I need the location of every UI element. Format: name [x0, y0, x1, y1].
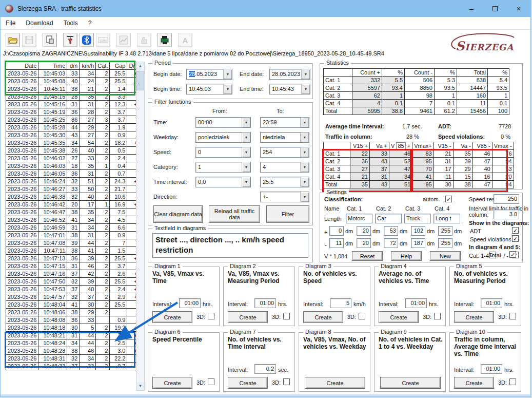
- end-time-combo[interactable]: 10:45:43 ▼: [269, 84, 310, 94]
- filter-to-combo[interactable]: 23:59▼: [260, 117, 309, 128]
- table-row[interactable]: 2023-05-2610:47:01383120.9-: [6, 232, 140, 239]
- autom-checkbox[interactable]: ✓: [445, 196, 452, 202]
- length-minus-field[interactable]: 20: [357, 238, 371, 248]
- length-minus-field[interactable]: 255: [438, 238, 452, 248]
- length-minus-field[interactable]: 11: [329, 238, 344, 248]
- menu-item-download[interactable]: Download: [21, 20, 58, 27]
- end-date-combo[interactable]: 28.05.2023 ▼: [269, 69, 310, 80]
- table-row[interactable]: 2023-05-2610:45:163131212.3+: [6, 101, 140, 108]
- table-row[interactable]: 2023-05-2610:46:243251224.3+: [6, 178, 140, 185]
- reset-button[interactable]: Reset: [352, 251, 383, 261]
- length-plus-field[interactable]: 255: [438, 226, 452, 236]
- chevron-down-icon[interactable]: ▼: [242, 162, 250, 172]
- create-button[interactable]: Create: [379, 311, 419, 323]
- chevron-down-icon[interactable]: ▼: [300, 177, 309, 187]
- chevron-down-icon[interactable]: ▼: [300, 192, 309, 202]
- interval-field[interactable]: 5: [330, 298, 351, 308]
- length-minus-field[interactable]: 72: [384, 238, 398, 248]
- table-row[interactable]: 2023-05-2610:45:19362823.7-: [6, 108, 140, 116]
- filter-to-combo[interactable]: +-▼: [260, 192, 309, 202]
- font-icon[interactable]: A: [178, 33, 192, 47]
- length-plus-field[interactable]: 0: [329, 226, 344, 236]
- table-scrollbar[interactable]: ▲ ▼: [136, 62, 145, 391]
- download-device-icon[interactable]: [63, 33, 77, 47]
- table-row[interactable]: 2023-05-2610:45:033334225.5+: [6, 70, 140, 78]
- interval-field[interactable]: 01:00: [254, 298, 276, 308]
- create-button[interactable]: Create: [303, 311, 343, 323]
- table-row[interactable]: 2023-05-2610:45:353454218.2+: [6, 139, 140, 147]
- 3d-checkbox[interactable]: [509, 378, 516, 385]
- maximize-button[interactable]: [483, 1, 507, 17]
- gsm-icon[interactable]: GSM: [96, 33, 110, 47]
- adt-checkbox[interactable]: ✓: [512, 227, 519, 234]
- 3d-checkbox[interactable]: [359, 313, 365, 319]
- length-field[interactable]: Long t: [434, 214, 460, 223]
- filter-button[interactable]: Filter: [266, 205, 309, 223]
- length-field[interactable]: Truck: [404, 214, 431, 223]
- table-row[interactable]: 2023-05-2610:48:313234222.2-: [6, 355, 140, 363]
- new-button[interactable]: New: [430, 251, 461, 261]
- violations-checkbox[interactable]: ✓: [512, 235, 519, 242]
- filter-from-combo[interactable]: 0,0▼: [195, 177, 251, 187]
- chevron-down-icon[interactable]: ▼: [223, 69, 232, 79]
- table-row[interactable]: 2023-05-2610:48:24344422.5+: [6, 339, 140, 347]
- table-row[interactable]: 2023-05-2610:48:18305219.2+: [6, 324, 140, 332]
- table-row[interactable]: 2023-05-2610:45:28442921.9-: [6, 124, 140, 131]
- scroll-up-icon[interactable]: ▲: [136, 62, 144, 70]
- chevron-down-icon[interactable]: ▼: [301, 69, 310, 79]
- v85-percentile-field[interactable]: 85: [396, 142, 405, 149]
- filter-to-combo[interactable]: 254▼: [260, 147, 309, 158]
- filter-to-combo[interactable]: 4▼: [260, 162, 309, 173]
- help-button[interactable]: Help: [391, 251, 422, 261]
- filter-to-combo[interactable]: niedziela▼: [260, 132, 309, 143]
- create-button[interactable]: Create: [305, 377, 365, 389]
- table-row[interactable]: 2023-05-2610:46:383240210.6-: [6, 193, 140, 201]
- menu-item-?[interactable]: ?: [83, 20, 97, 27]
- interval-limit-field[interactable]: 3.0: [494, 210, 519, 219]
- speed-restriction-field[interactable]: 250: [494, 194, 519, 204]
- table-row[interactable]: 2023-05-2610:48:0836330.9-: [6, 316, 140, 324]
- filter-from-combo[interactable]: 00:00▼: [195, 117, 251, 128]
- table-row[interactable]: 2023-05-2610:46:47383527.5-: [6, 209, 140, 216]
- create-button[interactable]: Create: [454, 377, 494, 389]
- traffic-data-grid[interactable]: DateTimedmkm/hCat.GapDir.2023-05-2610:45…: [6, 62, 140, 370]
- bluetooth-icon[interactable]: [80, 33, 94, 47]
- length-plus-field[interactable]: 53: [384, 226, 398, 236]
- table-row[interactable]: 2023-05-2610:47:16374222.6+: [6, 270, 140, 278]
- chevron-down-icon[interactable]: ▼: [242, 132, 250, 142]
- begin-date-combo[interactable]: 28.05.2023 ▼: [186, 69, 232, 80]
- minimize-button[interactable]: –: [460, 1, 483, 17]
- 3d-checkbox[interactable]: [208, 313, 214, 319]
- table-row[interactable]: 2023-05-2610:47:15314623.7-: [6, 262, 140, 270]
- table-row[interactable]: 2023-05-2610:48:0638292-: [6, 309, 140, 316]
- begin-time-combo[interactable]: 10:45:03 ▼: [186, 84, 232, 94]
- 3d-checkbox[interactable]: [208, 378, 214, 385]
- 3d-checkbox[interactable]: [283, 378, 290, 385]
- total-checkbox[interactable]: ✓: [509, 251, 516, 258]
- table-row[interactable]: 2023-05-2610:46:52413424.5-: [6, 216, 140, 224]
- chevron-down-icon[interactable]: ▼: [242, 118, 250, 127]
- filter-from-combo[interactable]: 1▼: [195, 162, 251, 173]
- scroll-down-icon[interactable]: ▼: [136, 382, 144, 390]
- table-row[interactable]: 2023-05-2610:47:53374022.4+: [6, 286, 140, 293]
- table-row[interactable]: 2023-05-2610:45:084024225.5-: [6, 78, 140, 85]
- chevron-down-icon[interactable]: ▼: [223, 84, 232, 94]
- filter-from-combo[interactable]: poniedziałek▼: [195, 132, 251, 143]
- create-button[interactable]: Create: [228, 311, 268, 323]
- length-field[interactable]: Motorc: [346, 214, 372, 223]
- close-button[interactable]: ×: [507, 1, 530, 17]
- table-row[interactable]: 2023-05-2610:48:044130225.5-: [6, 301, 140, 309]
- table-row[interactable]: 2023-05-2610:46:59313426.6-: [6, 224, 140, 232]
- table-row[interactable]: 2023-05-2610:45:38264020.5-: [6, 147, 140, 155]
- table-row[interactable]: 2023-05-2610:46:03183510.4-: [6, 162, 140, 170]
- filter-to-combo[interactable]: 25.5▼: [260, 177, 309, 187]
- table-row[interactable]: 2023-05-2610:46:422017116.9+: [6, 201, 140, 209]
- copy-report-icon[interactable]: [43, 33, 57, 47]
- interval-field[interactable]: 01:00: [405, 298, 427, 308]
- interval-field[interactable]: 01:00: [481, 364, 502, 374]
- stamp-icon[interactable]: [137, 33, 151, 47]
- 3d-checkbox[interactable]: [283, 313, 290, 319]
- table-row[interactable]: 2023-05-2610:48:33373320.7-: [6, 363, 140, 370]
- create-button[interactable]: Create: [152, 311, 192, 323]
- chevron-down-icon[interactable]: ▼: [300, 118, 309, 127]
